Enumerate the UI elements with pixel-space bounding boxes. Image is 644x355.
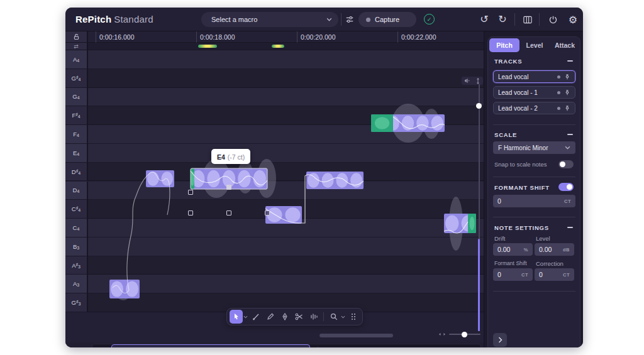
time-ruler[interactable]: 0:00:16.000 0:00:18.000 0:00:20.000 0:00… [88, 31, 484, 43]
separate-tool[interactable] [307, 310, 320, 324]
formant-shift-input[interactable]: 0 CT [493, 268, 533, 281]
piano-key-G4[interactable]: G4 [65, 88, 88, 107]
note-D4-b[interactable] [444, 214, 476, 233]
piano-key-E4[interactable]: E4 [65, 144, 88, 163]
piano-key-Gs3[interactable]: G♯3 [65, 293, 88, 312]
tracks-title: TRACKS [494, 58, 522, 65]
pen-tool[interactable] [278, 310, 291, 324]
piano-key-A4[interactable]: A4 [65, 50, 88, 69]
formant-shift-input[interactable]: 0 CT [493, 195, 575, 207]
zoom-control [439, 332, 480, 337]
correction-input[interactable]: 0 CT [535, 268, 574, 281]
note-resize-handle[interactable] [188, 190, 193, 195]
scale-collapse-button[interactable] [567, 134, 573, 135]
track-row[interactable]: Lead vocal - 2 [493, 102, 575, 114]
vertical-scrollbar[interactable] [478, 239, 480, 331]
horizontal-scrollbar[interactable] [319, 334, 393, 337]
piano-key-Cs4[interactable]: C♯4 [65, 200, 88, 219]
toggle-knob [567, 184, 572, 190]
tab-attack[interactable]: Attack [550, 38, 580, 52]
note-resize-handle[interactable] [226, 210, 231, 216]
power-button[interactable] [546, 13, 560, 26]
field-unit: CT [563, 272, 570, 278]
h-zoom-icon[interactable] [439, 332, 445, 337]
piano-key-C4[interactable]: C4 [65, 219, 88, 238]
track-state-icon[interactable] [557, 91, 560, 94]
drag-handle-icon [351, 313, 356, 320]
scale-select[interactable]: F Harmonic Minor [493, 141, 575, 154]
note-D4-a[interactable] [265, 206, 302, 224]
side-panel-card: PitchLevelAttack TRACKS Lead vocal Lead … [487, 36, 580, 347]
auto-scroll-icon[interactable] [464, 78, 470, 84]
lock-open-icon [73, 33, 80, 41]
grid-row [88, 238, 484, 256]
loop-marker[interactable] [198, 45, 217, 48]
note-E4-b[interactable] [306, 172, 364, 189]
drift-input[interactable]: 0.00 % [493, 243, 533, 256]
panel-expand-button[interactable] [493, 333, 507, 347]
pin-icon[interactable] [564, 89, 570, 96]
macro-select[interactable]: Select a macro [201, 12, 338, 27]
select-tool[interactable] [230, 310, 243, 324]
repeat-icon: ⇄ [74, 43, 79, 50]
overview-selection[interactable] [111, 344, 310, 347]
loop-toggle[interactable]: ⇄ [65, 43, 88, 50]
piano-key-Fs4[interactable]: F♯4 [65, 106, 88, 125]
piano-key-Ds4[interactable]: D♯4 [65, 163, 88, 182]
ruler-label: 0:00:22.000 [401, 33, 436, 41]
piano-key-As3[interactable]: A♯3 [65, 256, 88, 275]
layout-button[interactable] [521, 13, 535, 26]
lock-cell[interactable] [65, 31, 88, 43]
pencil-tool[interactable] [264, 310, 277, 324]
waveform-overview[interactable] [92, 344, 481, 347]
note-resize-handle[interactable] [265, 210, 270, 216]
note-E4-a[interactable] [146, 170, 174, 187]
loop-bar[interactable] [88, 43, 484, 50]
snap-toggle[interactable] [558, 160, 574, 168]
note-G4[interactable] [371, 114, 445, 132]
pin-icon[interactable] [564, 74, 570, 80]
scissors-tool[interactable] [292, 310, 306, 324]
track-row[interactable]: Lead vocal - 1 [493, 86, 575, 99]
track-state-icon[interactable] [557, 107, 560, 110]
zoom-tool[interactable] [327, 310, 340, 324]
settings-button[interactable]: ⚙ [566, 13, 580, 26]
capture-dot-icon [366, 18, 370, 22]
loop-marker[interactable] [272, 45, 284, 48]
delete-button[interactable] [65, 345, 88, 347]
vertical-zoom-knob[interactable] [476, 103, 482, 109]
ruler-label: 0:00:20.000 [301, 33, 335, 41]
pin-icon[interactable] [564, 105, 570, 112]
track-row[interactable]: Lead vocal [493, 70, 575, 83]
piano-key-Gs4[interactable]: G♯4 [65, 69, 88, 88]
grid-row [88, 275, 484, 293]
piano-key-F4[interactable]: F4 [65, 125, 88, 144]
vertical-zoom-icon[interactable] [475, 78, 480, 84]
formant-shift-toggle[interactable] [558, 183, 574, 191]
capture-button[interactable]: Capture [358, 12, 416, 27]
piano-key-A3[interactable]: A3 [65, 275, 88, 293]
note-ASharp3[interactable] [109, 280, 140, 298]
zoom-knob[interactable] [462, 332, 467, 337]
tab-level[interactable]: Level [519, 38, 550, 52]
toggle-knob [560, 161, 565, 167]
ruler-label: 0:00:16.000 [99, 33, 134, 41]
drag-handle[interactable] [347, 310, 360, 324]
tracks-collapse-button[interactable] [567, 60, 573, 62]
track-state-icon[interactable] [557, 75, 560, 79]
piano-key-D4[interactable]: D4 [65, 182, 88, 200]
tab-pitch[interactable]: Pitch [489, 38, 519, 52]
undo-button[interactable]: ↺ [478, 13, 491, 26]
macro-settings-button[interactable] [343, 13, 356, 26]
piano-key-B3[interactable]: B3 [65, 238, 88, 256]
pitch-line-tool[interactable] [249, 310, 262, 324]
note-resize-handle[interactable] [188, 210, 193, 216]
zoom-slider[interactable] [449, 334, 480, 335]
note-pitch-handle[interactable] [226, 185, 231, 190]
level-input[interactable]: 0.00 dB [535, 243, 574, 256]
trash-icon [73, 347, 81, 347]
redo-button[interactable]: ↻ [496, 13, 509, 26]
ruler-label: 0:00:18.000 [200, 33, 235, 41]
chevron-right-icon [498, 337, 502, 343]
note-settings-collapse-button[interactable] [567, 227, 573, 228]
